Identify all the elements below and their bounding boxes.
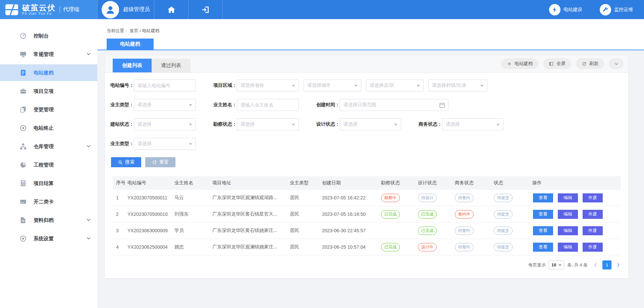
- user-menu[interactable]: 超级管理员: [97, 0, 154, 19]
- status-badge: 待签约: [455, 243, 474, 251]
- main: 当前位置： 首页 / 电站建档 电站建档 创建列表 通过列表 电站建档: [97, 19, 644, 308]
- text-input[interactable]: [237, 99, 299, 111]
- page-tab[interactable]: 电站建档: [107, 39, 154, 50]
- select[interactable]: 请选择: [237, 118, 299, 130]
- cell-date: 2023-06-30 22:45:57: [322, 228, 381, 233]
- brand-subtitle: Po Jian Yun Fu: [22, 12, 56, 15]
- reset-button[interactable]: 重置: [145, 157, 175, 167]
- briefcase-icon: [19, 87, 27, 95]
- home-button[interactable]: [154, 0, 189, 19]
- view-button[interactable]: 查看: [533, 193, 553, 202]
- chevron-down-icon: [86, 217, 91, 223]
- cell-design-status: 待设计: [418, 194, 455, 202]
- sidebar-item-0[interactable]: 控制台: [0, 27, 97, 44]
- void-button[interactable]: 作废: [583, 210, 603, 219]
- void-button[interactable]: 作废: [583, 243, 603, 252]
- sidebar-item-11[interactable]: 系统设置: [0, 230, 97, 247]
- logout-icon: [201, 5, 210, 14]
- filter-area: 电站编号：项目区域：请选择省份请选择城市请选择县/区请选择村镇/街道业主类型：请…: [105, 79, 628, 150]
- filter-label: 电站编号：: [110, 82, 134, 88]
- date-range-input[interactable]: 请选择日期范围: [340, 99, 448, 111]
- sidebar-item-label: 电站终止: [34, 125, 54, 131]
- fullscreen-button[interactable]: 全屏: [543, 58, 571, 69]
- select[interactable]: 请选择: [442, 118, 503, 130]
- column-header: 设计状态: [418, 180, 455, 186]
- select[interactable]: 请选择城市: [304, 79, 361, 91]
- text-input[interactable]: [134, 79, 196, 91]
- cell-design-status: 设计中: [418, 243, 455, 251]
- refresh-button[interactable]: 刷新: [576, 58, 604, 69]
- sidebar-item-5[interactable]: 电站终止: [0, 120, 97, 136]
- sidebar-item-label: 项目立项: [34, 88, 54, 95]
- doc-icon: [19, 69, 27, 76]
- select[interactable]: 请选择村镇/街道: [428, 79, 487, 91]
- current-page[interactable]: 1: [602, 260, 611, 269]
- select[interactable]: 请选择县/区: [366, 79, 424, 91]
- collapse-button[interactable]: [609, 58, 624, 69]
- logout-button[interactable]: [189, 0, 223, 19]
- column-header: 操作: [532, 180, 626, 186]
- sidebar-item-3[interactable]: 项目立项: [0, 83, 97, 100]
- sidebar-menu: 控制台常规管理电站建档项目立项变更管理电站终止仓库管理工程管理项目结算开二类卡资…: [0, 27, 97, 247]
- view-button[interactable]: 查看: [533, 210, 553, 219]
- select[interactable]: 请选择: [340, 118, 401, 130]
- sidebar-item-4[interactable]: 变更管理: [0, 101, 97, 118]
- panel-tabs: 创建列表 通过列表 电站建档 全屏 刷新: [105, 55, 628, 73]
- select[interactable]: 请选择: [134, 99, 196, 111]
- column-header: 序号: [116, 180, 127, 186]
- select[interactable]: 请选择: [134, 138, 196, 150]
- sidebar-item-7[interactable]: 工程管理: [0, 157, 97, 173]
- per-page-label: 每页显示: [528, 262, 546, 268]
- create-station-button[interactable]: 电站建档: [501, 58, 538, 69]
- filter-field: 勘察状态：请选择: [213, 118, 299, 130]
- sidebar-item-2[interactable]: 电站建档: [0, 64, 97, 81]
- prev-page-button[interactable]: [593, 262, 598, 268]
- tab-passed-list[interactable]: 通过列表: [152, 59, 191, 72]
- edit-button[interactable]: 编辑: [558, 193, 578, 202]
- logo-icon: [5, 3, 19, 16]
- view-button[interactable]: 查看: [533, 243, 553, 252]
- cell-business-status: 待签约: [455, 194, 494, 202]
- search-icon: [118, 160, 123, 165]
- cell-date: 2023-06-25 10:57:04: [322, 244, 381, 250]
- search-button[interactable]: 搜索: [111, 157, 141, 167]
- total-count: 条, 共 4 条: [567, 262, 588, 268]
- filter-label: 业主类型：: [110, 141, 134, 147]
- caret-down-icon: [189, 143, 192, 147]
- cell-date: 2023-07-05 16:42:22: [322, 195, 381, 200]
- sidebar-item-6[interactable]: 仓库管理: [0, 138, 97, 155]
- next-page-button[interactable]: [615, 262, 621, 268]
- sidebar-item-9[interactable]: 开二类卡: [0, 193, 97, 210]
- sidebar-item-10[interactable]: 资料归档: [0, 212, 97, 229]
- view-button[interactable]: 查看: [533, 226, 553, 235]
- void-button[interactable]: 作废: [583, 193, 603, 202]
- sidebar-item-label: 资料归档: [34, 217, 54, 224]
- breadcrumb-current: 电站建档: [142, 28, 160, 33]
- edit-button[interactable]: 编辑: [558, 243, 578, 252]
- per-page-select[interactable]: 10: [549, 260, 564, 269]
- header: 破茧云伏 Po Jian Yun Fu 代理端 超级管理员 电站建设 监控运维: [0, 0, 644, 19]
- cell-survey-status: 勘察中: [381, 194, 418, 202]
- region-selects: 请选择省份请选择城市请选择县/区请选择村镇/街道: [237, 79, 487, 91]
- tab-create-list[interactable]: 创建列表: [113, 59, 152, 72]
- nav-monitor-ops[interactable]: 监控运维: [600, 4, 633, 15]
- breadcrumb-home[interactable]: 首页: [130, 28, 139, 33]
- cell-owner: 学员: [174, 228, 212, 234]
- sidebar-item-8[interactable]: 项目结算: [0, 175, 97, 192]
- status-badge: 待提交: [494, 227, 513, 235]
- cell-survey-status: 已完成: [381, 210, 418, 219]
- table-row: 1YX2023070500011马云广东深圳龙华区观澜镇观湖路...居民2023…: [113, 190, 621, 206]
- select[interactable]: 请选择省份: [237, 79, 299, 91]
- cell-status: 待提交: [494, 194, 532, 202]
- sidebar-item-1[interactable]: 常规管理: [0, 46, 97, 63]
- void-button[interactable]: 作废: [583, 226, 603, 235]
- filter-field: 商务状态：请选择: [419, 118, 503, 130]
- select[interactable]: 请选择: [134, 118, 196, 130]
- status-badge: 待设计: [418, 194, 437, 202]
- caret-down-icon: [189, 124, 192, 127]
- chevron-down-icon: [86, 236, 91, 241]
- edit-button[interactable]: 编辑: [558, 210, 578, 219]
- nav-plant-construction[interactable]: 电站建设: [549, 4, 582, 15]
- caret-down-icon: [417, 85, 420, 88]
- edit-button[interactable]: 编辑: [558, 226, 578, 235]
